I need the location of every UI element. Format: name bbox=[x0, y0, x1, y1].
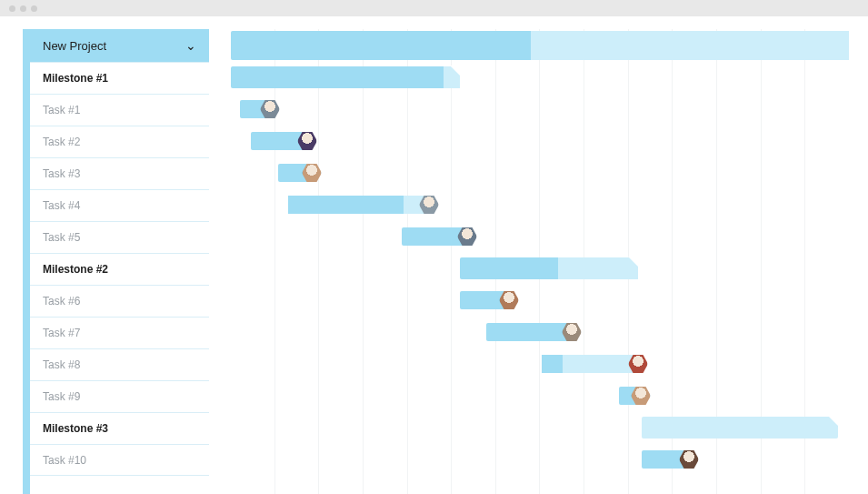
timeline-bars bbox=[231, 29, 849, 494]
avatar-image bbox=[261, 100, 279, 118]
avatar-image bbox=[500, 291, 518, 309]
assignee-avatar[interactable] bbox=[260, 99, 280, 119]
task-bar[interactable] bbox=[402, 227, 467, 246]
avatar-image bbox=[458, 227, 476, 246]
avatar-image bbox=[629, 355, 647, 373]
avatar-image bbox=[420, 196, 438, 214]
task-bar-progress bbox=[542, 355, 563, 373]
sidebar-task-row[interactable]: Task #5 bbox=[23, 221, 209, 253]
row-label: Task #8 bbox=[43, 358, 80, 371]
task-bar[interactable] bbox=[288, 196, 429, 214]
sidebar-task-row[interactable]: Task #7 bbox=[23, 317, 209, 348]
project-name: New Project bbox=[43, 39, 106, 53]
traffic-light-minimize[interactable] bbox=[20, 5, 26, 12]
project-header[interactable]: New Project ⌄ bbox=[23, 29, 209, 62]
timeline[interactable] bbox=[231, 29, 849, 494]
avatar-image bbox=[632, 387, 650, 405]
bar-cut-corner bbox=[450, 66, 461, 76]
task-bar[interactable] bbox=[542, 355, 638, 373]
sidebar-task-row[interactable]: Task #10 bbox=[23, 444, 209, 476]
milestone-bar[interactable] bbox=[231, 66, 460, 88]
task-bar[interactable] bbox=[642, 450, 689, 469]
sidebar-task-row[interactable]: Task #6 bbox=[23, 285, 209, 317]
row-label: Task #6 bbox=[43, 295, 80, 307]
task-bar[interactable] bbox=[251, 132, 307, 150]
avatar-image bbox=[298, 132, 316, 150]
traffic-light-close[interactable] bbox=[9, 5, 15, 12]
milestone-bar-remaining bbox=[558, 257, 638, 279]
task-bar[interactable] bbox=[486, 323, 572, 341]
row-label: Task #1 bbox=[43, 104, 80, 116]
row-label: Task #4 bbox=[43, 199, 80, 212]
avatar-image bbox=[303, 164, 321, 182]
row-label: Task #7 bbox=[43, 327, 80, 339]
sidebar-milestone-row[interactable]: Milestone #2 bbox=[23, 253, 209, 285]
row-label: Milestone #1 bbox=[43, 72, 108, 85]
assignee-avatar[interactable] bbox=[457, 227, 477, 247]
row-label: Task #3 bbox=[43, 167, 80, 180]
row-label: Milestone #2 bbox=[43, 263, 108, 276]
sidebar-task-row[interactable]: Task #2 bbox=[23, 126, 209, 157]
row-label: Task #5 bbox=[43, 231, 80, 244]
assignee-avatar[interactable] bbox=[562, 322, 582, 342]
summary-bar[interactable] bbox=[231, 31, 849, 60]
task-bar-progress bbox=[288, 196, 404, 214]
assignee-avatar[interactable] bbox=[419, 195, 439, 215]
task-bar[interactable] bbox=[460, 291, 509, 309]
milestone-bar[interactable] bbox=[642, 417, 838, 439]
assignee-avatar[interactable] bbox=[628, 354, 648, 374]
sidebar-accent-stripe bbox=[23, 29, 30, 494]
sidebar-task-row[interactable]: Task #9 bbox=[23, 380, 209, 412]
sidebar-milestone-row[interactable]: Milestone #3 bbox=[23, 412, 209, 444]
assignee-avatar[interactable] bbox=[679, 449, 699, 469]
avatar-image bbox=[680, 450, 698, 469]
task-bar[interactable] bbox=[240, 100, 270, 118]
avatar-image bbox=[563, 323, 581, 341]
milestone-bar[interactable] bbox=[460, 257, 638, 279]
bar-cut-corner bbox=[828, 416, 839, 427]
row-label: Task #9 bbox=[43, 390, 80, 403]
window-chrome bbox=[0, 0, 868, 16]
traffic-light-zoom[interactable] bbox=[31, 5, 37, 12]
row-label: Milestone #3 bbox=[43, 422, 108, 435]
chevron-down-icon: ⌄ bbox=[185, 38, 196, 53]
row-label: Task #2 bbox=[43, 136, 80, 148]
row-label: Task #10 bbox=[43, 454, 86, 467]
assignee-avatar[interactable] bbox=[297, 131, 317, 151]
sidebar-task-row[interactable]: Task #8 bbox=[23, 348, 209, 380]
sidebar: New Project ⌄ Milestone #1Task #1Task #2… bbox=[23, 29, 209, 476]
summary-bar-remaining bbox=[531, 31, 849, 60]
sidebar-task-row[interactable]: Task #4 bbox=[23, 189, 209, 221]
sidebar-task-row[interactable]: Task #3 bbox=[23, 157, 209, 189]
task-bar[interactable] bbox=[619, 387, 641, 405]
sidebar-task-row[interactable]: Task #1 bbox=[23, 94, 209, 126]
assignee-avatar[interactable] bbox=[302, 163, 322, 183]
app-root: New Project ⌄ Milestone #1Task #1Task #2… bbox=[0, 16, 868, 494]
task-bar[interactable] bbox=[278, 164, 312, 182]
bar-cut-corner bbox=[628, 257, 639, 267]
sidebar-milestone-row[interactable]: Milestone #1 bbox=[23, 62, 209, 94]
assignee-avatar[interactable] bbox=[499, 290, 519, 310]
